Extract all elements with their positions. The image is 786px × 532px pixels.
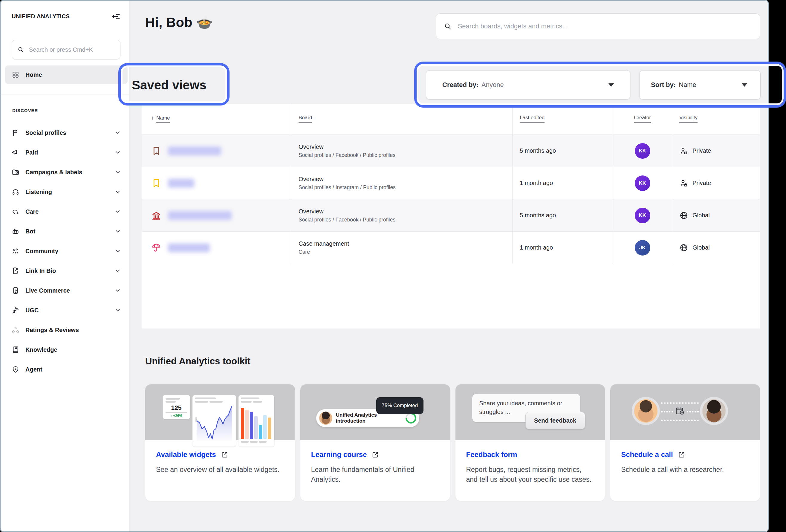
- card-description: See an overview of all available widgets…: [156, 465, 284, 475]
- sidebar-search-input[interactable]: [28, 46, 115, 53]
- sidebar-item-paid[interactable]: Paid: [1, 143, 130, 162]
- column-header-creator[interactable]: Creator: [612, 104, 672, 135]
- app-brand: UNIFIED ANALYTICS: [11, 13, 70, 20]
- avatar: KK: [635, 143, 650, 159]
- card-description: Schedule a call with a researcher.: [621, 465, 749, 475]
- sidebar-item-ugc[interactable]: UGC: [1, 300, 130, 320]
- chevron-down-icon: [114, 189, 121, 195]
- globe-icon: [679, 211, 688, 220]
- global-search-input[interactable]: [457, 22, 752, 30]
- headphones-icon: [11, 188, 19, 196]
- sidebar-divider: [1, 94, 130, 94]
- sidebar-item-bot[interactable]: Bot: [1, 222, 130, 241]
- sort-asc-icon: ↑: [151, 115, 154, 121]
- created-by-value: Anyone: [482, 81, 504, 89]
- sidebar-item-live-commerce[interactable]: Live Commerce: [1, 281, 130, 300]
- created-by-dropdown[interactable]: Created by: Anyone: [426, 70, 630, 99]
- page-greeting: Hi, Bob 🍲: [145, 14, 213, 30]
- card-title-link[interactable]: Schedule a call: [621, 450, 673, 459]
- svg-text:A: A: [14, 368, 17, 371]
- progress-ring-icon: [406, 413, 416, 423]
- saved-views-table: ↑Name Board Last edited Creator Visibili…: [142, 104, 760, 328]
- dotted-connector: [687, 411, 699, 413]
- sidebar-item-label: UGC: [25, 307, 109, 314]
- avatar: KK: [635, 208, 650, 223]
- column-header-board[interactable]: Board: [290, 104, 512, 135]
- chevron-down-icon: [114, 130, 121, 136]
- caret-down-icon: [742, 84, 747, 87]
- private-icon: [679, 146, 688, 156]
- card-learning-course[interactable]: 75% Completed Unified Analytics introduc…: [300, 384, 450, 501]
- chevron-down-icon: [114, 228, 121, 235]
- completion-tooltip: 75% Completed: [376, 397, 423, 414]
- mini-line-chart: [192, 395, 236, 446]
- table-row[interactable]: Overview Social profiles / Facebook / Pu…: [142, 199, 760, 231]
- table-header-row: ↑Name Board Last edited Creator Visibili…: [142, 104, 760, 135]
- flag-icon: [11, 129, 19, 137]
- board-name: Case management: [299, 240, 349, 247]
- column-header-visibility[interactable]: Visibility: [672, 104, 760, 135]
- stars-icon: ☆ ☆ ☆: [11, 326, 19, 334]
- card-title-link[interactable]: Available widgets: [156, 450, 216, 459]
- card-available-widgets[interactable]: 125 ↑ +26%: [145, 384, 295, 501]
- ugc-network-icon: [11, 306, 19, 314]
- app-window: UNIFIED ANALYTICS Home DISCOVER: [0, 0, 769, 532]
- course-pill-label: Unified Analytics introduction: [336, 412, 402, 424]
- chevron-down-icon: [114, 248, 121, 254]
- screenshot-stage: UNIFIED ANALYTICS Home DISCOVER: [0, 0, 786, 532]
- sidebar-item-label: Paid: [25, 149, 109, 156]
- sidebar-item-label: Listening: [25, 189, 109, 195]
- board-name: Overview: [299, 176, 323, 182]
- toolkit-cards: 125 ↑ +26%: [145, 384, 760, 501]
- bot-icon: [11, 228, 19, 235]
- sidebar-item-community[interactable]: Community: [1, 241, 130, 261]
- dotted-connector: [661, 420, 699, 421]
- sidebar-item-label: Community: [25, 248, 109, 255]
- card-title-link[interactable]: Feedback form: [466, 450, 517, 459]
- sidebar-search[interactable]: [11, 40, 120, 60]
- table-row[interactable]: Overview Social profiles / Instagram / P…: [142, 167, 760, 199]
- dotted-connector: [661, 402, 699, 404]
- sidebar-item-label: Home: [25, 71, 42, 78]
- collapse-sidebar-icon: [111, 11, 121, 22]
- external-link-icon: [221, 451, 228, 459]
- avatar: [700, 397, 728, 425]
- sidebar-item-link-in-bio[interactable]: Link In Bio: [1, 261, 130, 281]
- sidebar-item-home[interactable]: Home: [5, 66, 128, 84]
- sidebar-item-label: Live Commerce: [25, 287, 109, 294]
- card-description: Report bugs, request missing metrics, an…: [466, 465, 595, 485]
- sort-by-dropdown[interactable]: Sort by: Name: [639, 70, 761, 99]
- column-header-name[interactable]: ↑Name: [142, 104, 290, 135]
- sidebar-item-label: Campaigns & labels: [25, 169, 109, 176]
- sidebar-item-label: Ratings & Reviews: [25, 327, 121, 333]
- sidebar-item-social-profiles[interactable]: Social profiles: [1, 123, 130, 143]
- card-feedback-form[interactable]: Share your ideas, comments or struggles …: [456, 384, 605, 501]
- collapse-sidebar-button[interactable]: [111, 11, 121, 22]
- mini-bar-chart: [238, 395, 274, 446]
- board-path: Social profiles / Instagram / Public pro…: [299, 185, 396, 190]
- people-icon: [11, 247, 19, 255]
- send-feedback-button[interactable]: Send feedback: [525, 412, 585, 429]
- line-chart-icon: [195, 402, 234, 441]
- sidebar-item-knowledge[interactable]: Knowledge: [1, 340, 130, 360]
- global-search[interactable]: [436, 14, 760, 39]
- chevron-down-icon: [114, 169, 121, 176]
- sidebar-nav: Social profiles Paid Campaigns & labels: [1, 123, 130, 379]
- sidebar-item-ratings-reviews[interactable]: ☆ ☆ ☆ Ratings & Reviews: [1, 320, 130, 340]
- table-row[interactable]: Case management Care 1 month ago JK Glob…: [142, 231, 760, 263]
- sidebar-item-care[interactable]: Care: [1, 202, 130, 222]
- avatar: JK: [635, 240, 650, 256]
- sort-by-label: Sort by:: [651, 81, 676, 89]
- sidebar-item-agent[interactable]: A Agent: [1, 360, 130, 379]
- chevron-down-icon: [114, 149, 121, 156]
- sidebar-item-label: Link In Bio: [25, 268, 109, 274]
- last-edited: 1 month ago: [520, 244, 553, 251]
- sidebar-item-campaigns-labels[interactable]: Campaigns & labels: [1, 162, 130, 182]
- sidebar-item-listening[interactable]: Listening: [1, 182, 130, 202]
- table-row[interactable]: Overview Social profiles / Facebook / Pu…: [142, 135, 760, 167]
- card-schedule-call[interactable]: Schedule a call Schedule a call with a r…: [610, 384, 760, 501]
- card-preview: Share your ideas, comments or struggles …: [456, 384, 605, 440]
- column-header-last-edited[interactable]: Last edited: [512, 104, 612, 135]
- last-edited: 5 months ago: [520, 147, 556, 154]
- card-title-link[interactable]: Learning course: [311, 450, 367, 459]
